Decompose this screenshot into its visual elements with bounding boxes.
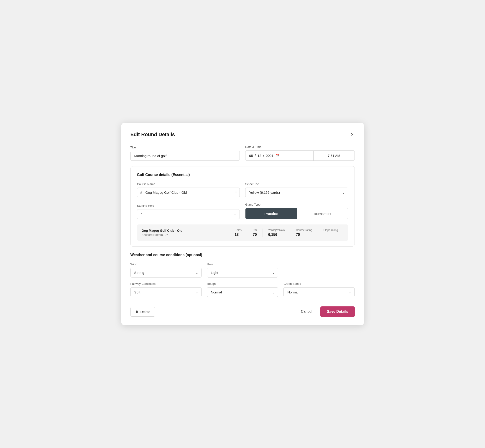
fairway-label: Fairway Conditions — [130, 282, 202, 286]
green-speed-group: Green Speed Slow Normal Fast Very Fast ⌄ — [283, 282, 355, 297]
course-tee-row: Course Name ☌ × Select Tee Yellow (6,156… — [137, 182, 348, 197]
rain-select-wrap: None Light Moderate Heavy ⌄ — [207, 268, 278, 278]
starting-hole-wrap: 1 2 3 ⌄ — [137, 209, 240, 219]
date-day: 12 — [258, 154, 261, 158]
course-info-name: Gog Magog Golf Club - Old, — [142, 229, 229, 232]
cancel-button[interactable]: Cancel — [297, 307, 316, 316]
course-info-location: Shelford Bottom, UK — [142, 233, 229, 237]
course-rating-stat: Course rating 70 — [290, 229, 318, 237]
game-type-group: Game Type Practice Tournament — [245, 203, 348, 219]
date-sep1: / — [255, 154, 256, 158]
hole-gametype-row: Starting Hole 1 2 3 ⌄ Game Type Practice… — [137, 203, 348, 219]
course-name-group: Course Name ☌ × — [137, 182, 240, 197]
golf-course-section: Golf Course details (Essential) Course N… — [130, 166, 355, 247]
save-button[interactable]: Save Details — [320, 306, 355, 317]
modal-header: Edit Round Details × — [130, 131, 355, 138]
title-input[interactable] — [130, 151, 240, 161]
calendar-icon: 📅 — [275, 153, 280, 158]
yards-value: 6,156 — [268, 233, 277, 237]
select-tee-input[interactable]: Yellow (6,156 yards) White (6,500 yards)… — [245, 188, 348, 197]
trash-icon: 🗑 — [135, 310, 139, 314]
date-time-label: Date & Time — [245, 145, 355, 149]
rough-select-wrap: Normal Long Short Wet ⌄ — [207, 287, 278, 297]
wind-select[interactable]: None Light Moderate Strong Very Strong — [130, 268, 202, 278]
course-name-label: Course Name — [137, 182, 240, 186]
fairway-rough-green-row: Fairway Conditions Soft Normal Hard Wet … — [130, 282, 355, 297]
course-info-name-section: Gog Magog Golf Club - Old, Shelford Bott… — [142, 229, 229, 237]
course-name-input[interactable] — [137, 188, 240, 197]
slope-rating-label: Slope rating — [323, 229, 338, 232]
yards-stat: Yards(Yellow) 6,156 — [263, 229, 290, 237]
holes-value: 18 — [234, 233, 239, 237]
green-speed-select[interactable]: Slow Normal Fast Very Fast — [283, 287, 355, 297]
course-info-box: Gog Magog Golf Club - Old, Shelford Bott… — [137, 224, 348, 241]
course-rating-label: Course rating — [296, 229, 312, 232]
date-month: 05 — [249, 154, 253, 158]
footer-right: Cancel Save Details — [297, 306, 355, 317]
date-year: 2021 — [266, 154, 274, 158]
edit-round-modal: Edit Round Details × Title Date & Time 0… — [121, 123, 364, 325]
rain-group: Rain None Light Moderate Heavy ⌄ — [207, 263, 278, 278]
date-sep2: / — [263, 154, 264, 158]
course-stats: Holes 18 Par 70 Yards(Yellow) 6,156 Cour… — [229, 229, 343, 237]
starting-hole-label: Starting Hole — [137, 204, 240, 207]
course-rating-value: 70 — [296, 233, 300, 237]
tournament-toggle-button[interactable]: Tournament — [297, 208, 348, 219]
time-part[interactable]: 7:31 AM — [314, 151, 355, 160]
wind-label: Wind — [130, 263, 202, 266]
starting-hole-select[interactable]: 1 2 3 — [137, 209, 240, 219]
rough-group: Rough Normal Long Short Wet ⌄ — [207, 282, 278, 297]
holes-stat: Holes 18 — [229, 229, 247, 237]
par-label: Par — [253, 229, 257, 232]
wind-group: Wind None Light Moderate Strong Very Str… — [130, 263, 202, 278]
slope-rating-stat: Slope rating - — [318, 229, 343, 237]
fairway-group: Fairway Conditions Soft Normal Hard Wet … — [130, 282, 202, 297]
rough-select[interactable]: Normal Long Short Wet — [207, 287, 278, 297]
course-search-wrap: ☌ × — [137, 188, 240, 197]
practice-toggle-button[interactable]: Practice — [245, 208, 297, 219]
fairway-select-wrap: Soft Normal Hard Wet ⌄ — [130, 287, 202, 297]
weather-section-title: Weather and course conditions (optional) — [130, 253, 355, 257]
date-time-row: 05 / 12 / 2021 📅 7:31 AM — [245, 151, 355, 161]
golf-course-section-title: Golf Course details (Essential) — [137, 173, 348, 177]
wind-rain-row: Wind None Light Moderate Strong Very Str… — [130, 263, 355, 278]
date-part[interactable]: 05 / 12 / 2021 📅 — [245, 151, 314, 160]
par-stat: Par 70 — [247, 229, 263, 237]
holes-label: Holes — [234, 229, 242, 232]
modal-title: Edit Round Details — [130, 132, 175, 137]
green-speed-label: Green Speed — [283, 282, 355, 286]
rain-label: Rain — [207, 263, 278, 266]
fairway-select[interactable]: Soft Normal Hard Wet — [130, 287, 202, 297]
yards-label: Yards(Yellow) — [268, 229, 285, 232]
starting-hole-group: Starting Hole 1 2 3 ⌄ — [137, 204, 240, 219]
wind-select-wrap: None Light Moderate Strong Very Strong ⌄ — [130, 268, 202, 278]
delete-label: Delete — [140, 310, 150, 314]
title-label: Title — [130, 146, 240, 149]
game-type-toggle: Practice Tournament — [245, 208, 348, 219]
select-tee-label: Select Tee — [245, 182, 348, 186]
game-type-label: Game Type — [245, 203, 348, 206]
rough-label: Rough — [207, 282, 278, 286]
par-value: 70 — [253, 233, 257, 237]
footer-row: 🗑 Delete Cancel Save Details — [130, 302, 355, 317]
slope-rating-value: - — [323, 233, 324, 237]
date-time-group: Date & Time 05 / 12 / 2021 📅 7:31 AM — [245, 145, 355, 161]
close-button[interactable]: × — [350, 131, 355, 138]
search-icon: ☌ — [140, 191, 142, 195]
clear-icon[interactable]: × — [235, 191, 237, 195]
delete-button[interactable]: 🗑 Delete — [130, 307, 155, 317]
select-tee-wrap: Yellow (6,156 yards) White (6,500 yards)… — [245, 188, 348, 197]
select-tee-group: Select Tee Yellow (6,156 yards) White (6… — [245, 182, 348, 197]
time-value: 7:31 AM — [328, 154, 340, 158]
weather-section: Weather and course conditions (optional)… — [130, 253, 355, 297]
green-speed-select-wrap: Slow Normal Fast Very Fast ⌄ — [283, 287, 355, 297]
title-group: Title — [130, 146, 240, 161]
rain-select[interactable]: None Light Moderate Heavy — [207, 268, 278, 278]
title-date-row: Title Date & Time 05 / 12 / 2021 📅 7:31 … — [130, 145, 355, 161]
